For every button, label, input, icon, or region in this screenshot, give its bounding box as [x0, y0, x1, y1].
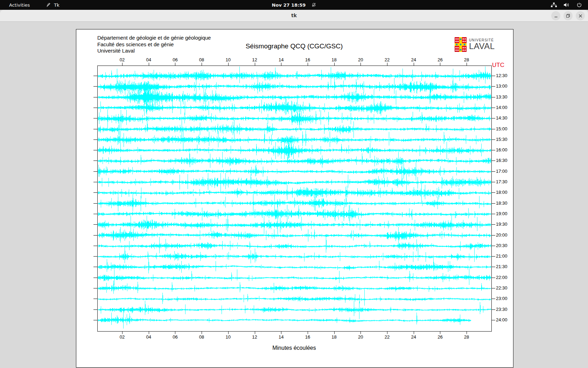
time-label: 15:00 [496, 127, 507, 131]
window-content: Département de géologie et de génie géol… [0, 22, 588, 368]
time-label: 13:00 [496, 84, 507, 89]
x-tick-label-top: 10 [220, 57, 236, 62]
time-label: 22:00 [496, 275, 507, 280]
network-icon [551, 2, 557, 7]
tick-mark [93, 256, 97, 257]
window-titlebar[interactable]: tk [0, 10, 588, 22]
time-label: 13:30 [496, 95, 507, 100]
time-label: 16:00 [496, 148, 507, 152]
tick-mark [491, 320, 495, 320]
tick-mark [491, 299, 495, 299]
time-label: 19:30 [496, 222, 507, 227]
close-button[interactable] [576, 11, 585, 20]
tick-mark [255, 63, 255, 66]
tick-mark [360, 63, 361, 66]
time-label: 12:30 [496, 73, 507, 78]
seismograph-frame: Département de géologie et de génie géol… [76, 29, 513, 368]
activities-button[interactable]: Activities [7, 2, 32, 8]
tick-mark [122, 63, 122, 66]
tick-mark [93, 309, 97, 310]
time-label: 17:00 [496, 169, 507, 174]
tick-mark [93, 203, 97, 204]
tick-mark [93, 118, 97, 118]
tick-mark [228, 331, 229, 334]
tick-mark [93, 288, 97, 288]
x-tick-label-top: 18 [327, 57, 342, 62]
time-label: 16:30 [496, 158, 507, 163]
tick-mark [414, 331, 414, 334]
tick-mark [334, 63, 335, 66]
x-tick-label-bottom: 14 [273, 334, 289, 340]
x-tick-label-bottom: 12 [247, 334, 262, 340]
tick-mark [491, 76, 495, 76]
x-tick-label-bottom: 06 [167, 334, 183, 340]
tick-mark [93, 171, 97, 172]
x-tick-label-top: 08 [194, 57, 209, 62]
chart-title: Séismographe QCQ (CGC/GSC) [97, 42, 491, 50]
top-bar: Activities Tk Nov 27 18:59 [0, 0, 588, 10]
tick-mark [491, 267, 495, 267]
tick-mark [491, 246, 495, 246]
tick-mark [93, 224, 97, 225]
x-tick-label-bottom: 08 [194, 334, 209, 340]
tick-mark [93, 299, 97, 299]
tick-mark [93, 76, 97, 76]
volume-icon [564, 2, 570, 7]
tick-mark [491, 161, 495, 161]
tick-mark [491, 309, 495, 310]
x-tick-label-top: 28 [459, 57, 474, 62]
restore-button[interactable] [564, 11, 573, 20]
time-label: 23:00 [496, 296, 507, 301]
time-label: 22:30 [496, 286, 507, 291]
x-tick-label-top: 20 [353, 57, 368, 62]
x-tick-label-bottom: 02 [114, 334, 130, 340]
tick-mark [93, 108, 97, 108]
x-tick-label-bottom: 22 [379, 334, 395, 340]
clock-menu[interactable]: Nov 27 18:59 [272, 0, 316, 10]
tick-mark [491, 278, 495, 278]
tick-mark [467, 63, 467, 66]
tick-mark [93, 161, 97, 161]
time-label: 20:00 [496, 233, 507, 238]
trace-canvas [98, 66, 491, 331]
desktop: Activities Tk Nov 27 18:59 [0, 0, 588, 368]
minimize-icon [554, 14, 558, 18]
tick-mark [440, 63, 440, 66]
x-tick-label-top: 06 [167, 57, 183, 62]
x-tick-label-top: 24 [406, 57, 421, 62]
laval-shield-icon [455, 37, 467, 52]
tick-mark [308, 331, 308, 334]
notifications-muted-icon [311, 2, 316, 7]
focused-app-indicator[interactable]: Tk [46, 2, 59, 8]
tick-mark [93, 192, 97, 193]
dept-line-1: Département de géologie et de génie géol… [97, 35, 211, 41]
time-label: 24:00 [496, 318, 507, 322]
tick-mark [122, 331, 122, 334]
x-tick-label-bottom: 10 [220, 334, 236, 340]
tick-mark [93, 320, 97, 320]
x-tick-label-top: 22 [379, 57, 395, 62]
utc-label: UTC [492, 62, 504, 69]
x-tick-label-top: 14 [273, 57, 289, 62]
tick-mark [491, 118, 495, 118]
system-status-area[interactable] [551, 0, 588, 10]
tick-mark [93, 235, 97, 236]
app-name-label: Tk [54, 2, 59, 8]
close-icon [579, 14, 582, 18]
power-icon [577, 2, 582, 7]
tick-mark [387, 63, 387, 66]
time-label: 21:00 [496, 254, 507, 259]
time-label: 23:30 [496, 307, 507, 312]
tick-mark [149, 63, 149, 66]
x-tick-label-bottom: 24 [406, 334, 421, 340]
tick-mark [491, 108, 495, 108]
tick-mark [93, 214, 97, 214]
tick-mark [360, 331, 361, 334]
tick-mark [175, 63, 175, 66]
tick-mark [491, 192, 495, 193]
time-label: 21:30 [496, 264, 507, 269]
tick-mark [491, 203, 495, 204]
tick-mark [93, 129, 97, 129]
minimize-button[interactable] [551, 11, 560, 20]
restore-icon [566, 14, 570, 18]
